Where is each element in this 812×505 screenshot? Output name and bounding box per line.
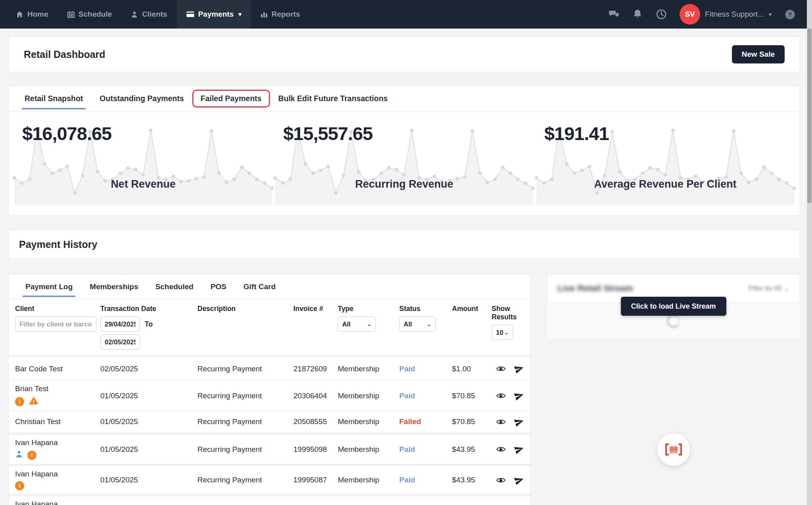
send-receipt-icon[interactable] — [514, 417, 524, 427]
view-payment-eye-icon[interactable] — [496, 476, 506, 484]
history-clock-icon[interactable] — [656, 9, 667, 20]
retail-dashboard-header: Retail Dashboard New Sale — [8, 36, 800, 72]
live-retail-stream-panel: Live Retail Stream Filter by All ⌄ Click… — [547, 274, 800, 505]
amount: $43.95 — [452, 476, 492, 484]
date-to-label: To — [145, 320, 153, 328]
chevron-down-icon: ⌄ — [784, 284, 789, 293]
view-payment-eye-icon[interactable] — [496, 418, 506, 426]
client-name: Ivan Hapana — [15, 500, 100, 505]
calendar-icon — [67, 11, 75, 18]
table-row[interactable]: Brian Test i ! 01/05/2025 Recurring Paym… — [9, 381, 530, 411]
account-name: Fitness Support... — [705, 10, 764, 19]
show-results-select[interactable]: 10 ⌄ — [492, 325, 513, 340]
send-receipt-icon[interactable] — [514, 475, 524, 485]
nav-item-clients[interactable]: Clients — [121, 0, 176, 29]
info-icon[interactable]: i — [15, 397, 24, 406]
nav-item-schedule[interactable]: Schedule — [58, 0, 121, 29]
transaction-date: 01/05/2025 — [100, 476, 197, 484]
table-row[interactable]: Christian Test 01/05/2025 Recurring Paym… — [9, 411, 530, 435]
scrollbar-thumb[interactable] — [807, 29, 812, 203]
nav-item-label: Home — [27, 10, 48, 19]
view-payment-eye-icon[interactable] — [496, 365, 506, 373]
nav-item-label: Schedule — [79, 10, 112, 19]
column-status: Status All ⌄ — [399, 305, 452, 349]
send-receipt-icon[interactable] — [514, 391, 524, 401]
live-stream-filter[interactable]: Filter by All ⌄ — [749, 284, 789, 293]
client-person-icon[interactable] — [15, 450, 23, 460]
avatar[interactable]: SV — [680, 4, 700, 25]
column-invoice: Invoice # — [293, 305, 338, 349]
table-row[interactable]: Ivan Hapana i 01/05/2025 Recurring Payme… — [9, 435, 530, 466]
nav-item-reports[interactable]: Reports — [251, 0, 310, 29]
status-badge: Paid — [399, 392, 452, 400]
column-transaction-date: Transaction Date To — [100, 305, 197, 349]
vertical-scrollbar[interactable] — [807, 0, 812, 505]
load-live-stream-button[interactable]: Click to load Live Stream — [620, 297, 726, 316]
retail-tabs: Retail Snapshot Outstanding Payments Fai… — [9, 86, 800, 111]
payment-history-tabs: Payment Log Memberships Scheduled POS Gi… — [9, 275, 530, 299]
live-stream-title: Live Retail Stream — [557, 283, 633, 294]
table-header: Client Transaction Date To Description — [9, 299, 530, 357]
status-badge: Paid — [399, 476, 452, 484]
status-filter-select[interactable]: All ⌄ — [399, 317, 436, 332]
stat-label: Net Revenue — [13, 178, 274, 190]
tab-gift-card[interactable]: Gift Card — [243, 275, 276, 299]
tab-failed-payments[interactable]: Failed Payments — [201, 86, 262, 111]
top-navbar: Home Schedule Clients Payments ▾ Reports… — [0, 0, 812, 29]
info-icon[interactable]: i — [15, 481, 24, 490]
tab-pos[interactable]: POS — [211, 275, 226, 299]
page-title: Retail Dashboard — [24, 49, 105, 60]
notifications-bell-icon[interactable] — [632, 9, 643, 20]
transaction-date: 01/05/2025 — [100, 445, 197, 454]
home-icon — [16, 11, 23, 18]
chevron-down-icon: ▾ — [238, 11, 241, 18]
help-icon[interactable]: ? — [784, 9, 795, 20]
person-icon — [131, 11, 138, 18]
main-row: Payment Log Memberships Scheduled POS Gi… — [8, 274, 800, 505]
client-name: Bar Code Test — [15, 365, 100, 373]
new-sale-button[interactable]: New Sale — [732, 45, 785, 63]
payment-history-title: Payment History — [19, 239, 97, 250]
info-icon[interactable]: i — [27, 451, 36, 460]
description: Recurring Payment — [197, 445, 293, 454]
send-receipt-icon[interactable] — [514, 364, 524, 374]
date-from-input[interactable] — [100, 317, 140, 332]
tab-scheduled[interactable]: Scheduled — [155, 275, 193, 299]
client-filter-input[interactable] — [15, 317, 96, 332]
page-content: Retail Dashboard New Sale Retail Snapsho… — [8, 36, 800, 505]
view-payment-eye-icon[interactable] — [496, 392, 506, 399]
stat-value: $191.41 — [544, 123, 609, 144]
status-badge: Paid — [399, 445, 452, 454]
tab-retail-snapshot[interactable]: Retail Snapshot — [25, 86, 83, 111]
warning-icon[interactable]: ! — [29, 396, 39, 407]
nav-item-home[interactable]: Home — [6, 0, 58, 29]
date-to-input[interactable] — [100, 334, 140, 349]
barcode-scanner-button[interactable] — [657, 433, 690, 466]
tab-outstanding-payments[interactable]: Outstanding Payments — [100, 86, 184, 111]
amount: $43.95 — [452, 445, 492, 454]
invoice-number: 20306404 — [293, 392, 338, 400]
chevron-down-icon: ⌄ — [367, 321, 372, 327]
payment-type: Membership — [338, 392, 399, 400]
invoice-number: 21872609 — [293, 365, 338, 373]
account-menu[interactable]: SV Fitness Support... ▾ — [680, 4, 772, 25]
table-row[interactable]: Ivan Hapana i 01/05/2025 Recurring Payme… — [9, 496, 530, 505]
bar-chart-icon — [260, 11, 268, 18]
tab-memberships[interactable]: Memberships — [90, 275, 138, 299]
table-row[interactable]: Bar Code Test 02/05/2025 Recurring Payme… — [9, 357, 530, 381]
credit-card-icon — [186, 11, 194, 17]
payment-type: Membership — [338, 365, 399, 373]
type-filter-select[interactable]: All ⌄ — [338, 317, 376, 332]
retail-snapshot-card: Retail Snapshot Outstanding Payments Fai… — [8, 86, 800, 216]
client-name: Ivan Hapana — [15, 470, 100, 478]
table-row[interactable]: Ivan Hapana i 01/05/2025 Recurring Payme… — [9, 466, 530, 496]
payment-type: Membership — [338, 445, 399, 454]
chat-icon[interactable] — [608, 9, 619, 20]
tab-bulk-edit-future-transactions[interactable]: Bulk Edit Future Transactions — [278, 86, 388, 111]
send-receipt-icon[interactable] — [514, 444, 524, 454]
stat-value: $16,078.65 — [22, 123, 111, 144]
nav-item-payments[interactable]: Payments ▾ — [177, 0, 251, 29]
view-payment-eye-icon[interactable] — [496, 445, 506, 453]
client-name: Brian Test — [15, 384, 100, 393]
tab-payment-log[interactable]: Payment Log — [25, 275, 73, 299]
